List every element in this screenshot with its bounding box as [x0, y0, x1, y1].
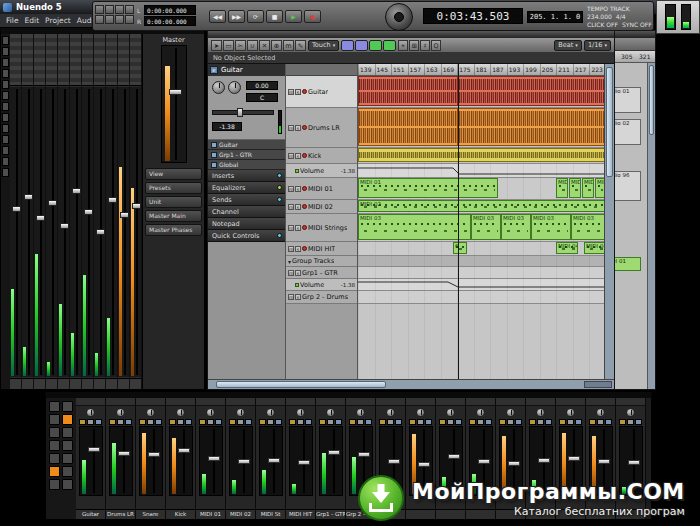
tempo-value[interactable]: 234.000 — [587, 13, 612, 20]
transport-record-button[interactable]: ● — [304, 10, 321, 23]
shuttle-dial[interactable] — [394, 12, 404, 22]
mute-button[interactable]: m — [288, 246, 294, 252]
channel-fader-zone[interactable] — [118, 87, 129, 377]
pan-knob[interactable] — [296, 408, 305, 417]
pan-knob[interactable] — [386, 408, 395, 417]
track-row-group-tracks-8[interactable]: ▾Group Tracks — [286, 256, 357, 267]
pan-knob[interactable] — [536, 408, 545, 417]
fader-handle[interactable] — [178, 448, 190, 453]
mute-button[interactable] — [319, 419, 326, 425]
channel-fader-zone[interactable] — [22, 87, 33, 377]
record-arm-button[interactable] — [302, 225, 307, 230]
toolbar-play-button[interactable] — [369, 40, 382, 51]
routing-display[interactable] — [526, 398, 555, 406]
event-midi-03[interactable]: MIDI 03 — [501, 214, 531, 240]
transport-stop-button[interactable]: ■ — [266, 10, 283, 23]
mute-button[interactable] — [169, 419, 176, 425]
routing-display[interactable] — [256, 398, 285, 406]
channel-fader-zone[interactable] — [58, 87, 69, 377]
solo-button[interactable] — [207, 419, 214, 425]
mixer-global-button[interactable] — [62, 466, 73, 477]
vertical-scrollbar[interactable] — [604, 64, 614, 379]
menu-item-edit[interactable]: Edit — [22, 16, 43, 25]
pan-knob[interactable] — [228, 81, 241, 94]
mixer-global-button[interactable] — [49, 414, 60, 425]
solo-button[interactable] — [537, 419, 544, 425]
inspector-section-notepad[interactable]: Notepad — [208, 218, 285, 230]
fader-zone[interactable] — [169, 426, 193, 496]
routing-display[interactable] — [106, 398, 135, 406]
record-arm-button[interactable] — [302, 246, 307, 251]
mixer-global-button[interactable] — [49, 466, 60, 477]
solo-button[interactable] — [447, 419, 454, 425]
fader-handle[interactable] — [36, 215, 45, 221]
transport-cycle-button[interactable]: ⟳ — [247, 10, 264, 23]
transport-option-button[interactable] — [125, 5, 134, 14]
fader-handle[interactable] — [538, 458, 550, 463]
edit-button[interactable] — [245, 419, 252, 425]
pan-knob[interactable] — [236, 408, 245, 417]
track-row-midi-01-4[interactable]: msMIDI 01 — [286, 178, 357, 200]
record-arm-button[interactable] — [302, 89, 307, 94]
master-fader[interactable] — [161, 45, 187, 163]
mute-button[interactable] — [619, 419, 626, 425]
routing-display[interactable] — [616, 398, 645, 406]
fader-handle[interactable] — [418, 462, 430, 467]
solo-button[interactable]: s — [295, 246, 301, 252]
mixer-panel-unit[interactable]: Unit — [145, 196, 202, 208]
transport-option-button[interactable] — [105, 5, 114, 14]
mixer-global-button[interactable] — [62, 453, 73, 464]
fader-handle[interactable] — [208, 456, 220, 461]
left-locator-display[interactable]: 0:00:00.000 — [144, 5, 196, 15]
toolbar-automation-read-button[interactable] — [341, 40, 354, 51]
solo-button[interactable]: s — [295, 294, 301, 300]
mixer-panel-button[interactable] — [2, 124, 9, 133]
routing-display[interactable] — [436, 398, 465, 406]
pan-knob[interactable] — [566, 408, 575, 417]
mixer-global-button[interactable] — [62, 479, 73, 490]
event-midi-02[interactable]: MIDI 02 — [358, 200, 604, 212]
fader-handle[interactable] — [60, 223, 69, 229]
mute-button[interactable] — [589, 419, 596, 425]
mute-button[interactable]: m — [288, 225, 294, 231]
transport-option-button[interactable] — [125, 15, 134, 24]
routing-display[interactable] — [376, 398, 405, 406]
pan-knob[interactable] — [206, 408, 215, 417]
inspector-section-equalizers[interactable]: Equalizers — [208, 182, 285, 194]
track-row-kick-2[interactable]: msKick — [286, 148, 357, 164]
toolbar-cycle-button[interactable] — [383, 40, 396, 51]
edit-button[interactable] — [335, 419, 342, 425]
event-midi[interactable]: MIDI — [569, 178, 581, 198]
time-signature[interactable]: 4/4 — [616, 13, 626, 20]
channel-fader-zone[interactable] — [130, 87, 141, 377]
solo-button[interactable]: s — [295, 225, 301, 231]
pan-knob[interactable] — [626, 408, 635, 417]
event-midi[interactable]: MIDI — [556, 178, 568, 198]
fader-handle[interactable] — [358, 452, 370, 457]
pan-knob[interactable] — [176, 408, 185, 417]
mute-button[interactable]: m — [288, 186, 294, 192]
event-audio-red[interactable] — [358, 76, 458, 106]
solo-button[interactable] — [627, 419, 634, 425]
track-row-volume-10[interactable]: Volume-1.38 — [286, 279, 357, 291]
mixer-panel-button[interactable] — [2, 146, 9, 155]
fader-handle[interactable] — [118, 451, 130, 456]
edit-button[interactable] — [455, 419, 462, 425]
fader-handle[interactable] — [598, 459, 610, 464]
solo-button[interactable] — [597, 419, 604, 425]
fader-handle[interactable] — [388, 459, 400, 464]
routing-display[interactable] — [556, 398, 585, 406]
edit-button[interactable] — [185, 419, 192, 425]
mute-button[interactable] — [499, 419, 506, 425]
mixer-panel-button[interactable] — [2, 157, 9, 166]
pan-knob[interactable] — [266, 408, 275, 417]
edit-button[interactable] — [305, 419, 312, 425]
mute-button[interactable]: m — [288, 204, 294, 210]
fader-handle[interactable] — [132, 203, 141, 209]
grid-type-select[interactable]: Beat▾ — [554, 40, 582, 51]
primary-time-display[interactable]: 0:03:43.503 — [423, 8, 523, 24]
mute-button[interactable] — [229, 419, 236, 425]
volume-slider[interactable] — [212, 110, 274, 115]
mixer-global-button[interactable] — [62, 427, 73, 438]
solo-button[interactable]: s — [295, 125, 301, 131]
